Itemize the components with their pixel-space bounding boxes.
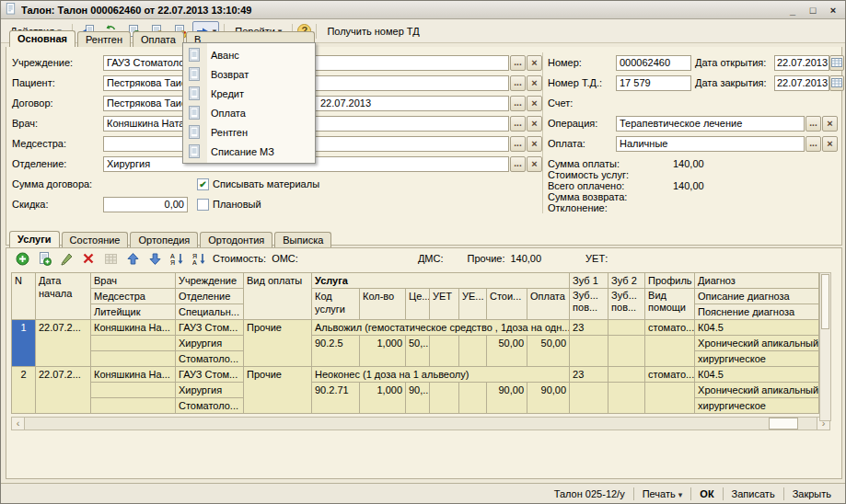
date-cell[interactable]: 22.07.2... xyxy=(36,320,91,367)
care-type-cell[interactable] xyxy=(645,336,695,367)
department-select-button[interactable]: ... xyxy=(510,156,526,172)
end-edit-button[interactable] xyxy=(102,250,119,267)
tab-vypiska[interactable]: Выписка xyxy=(274,232,331,247)
payment-field[interactable]: Наличные xyxy=(616,136,805,152)
close-date-field[interactable]: 22.07.2013 xyxy=(774,75,829,91)
menu-item-vozvrat[interactable]: Возврат xyxy=(183,64,315,84)
payment-clear-button[interactable]: × xyxy=(822,136,838,152)
profile-cell[interactable]: стомато... xyxy=(645,367,695,383)
diagnosis-desc-cell[interactable]: Хронический апикальный периодон xyxy=(695,336,819,351)
nurse-select-button[interactable]: ... xyxy=(510,136,526,152)
department-cell[interactable]: Хирургия xyxy=(176,383,244,398)
close-form-button[interactable]: Закрыть xyxy=(784,488,840,499)
row-number-cell[interactable]: 1 xyxy=(12,320,36,367)
caster-cell[interactable] xyxy=(91,351,176,367)
doctor-cell[interactable]: Коняшкина На... xyxy=(91,320,176,336)
uet-cell[interactable] xyxy=(430,383,459,414)
service-name-cell[interactable]: Неоконес (1 доза на 1 альвеолу) xyxy=(312,367,570,383)
open-date-field[interactable]: 22.07.2013 xyxy=(774,55,829,71)
tab-oplata[interactable]: Оплата xyxy=(133,31,184,47)
doctor-clear-button[interactable]: × xyxy=(527,116,542,132)
maximize-button[interactable]: □ xyxy=(806,5,819,16)
patient-clear-button[interactable]: × xyxy=(527,75,542,91)
code-cell[interactable]: 90.2.5 xyxy=(312,336,360,367)
print-button[interactable]: Печать ▾ xyxy=(634,488,691,499)
service-name-cell[interactable]: Альвожил (гемостатическое средство , 1до… xyxy=(312,320,570,336)
table-row[interactable]: Хирургия 90.2.71 1,000 90,... 90,00 90,0… xyxy=(12,383,819,398)
tab-uslugi[interactable]: Услуги xyxy=(9,231,60,247)
open-date-calendar-button[interactable] xyxy=(829,55,844,71)
cost-cell[interactable]: 90,00 xyxy=(487,383,527,414)
diagnosis-desc-cell[interactable]: Хронический апикальный периодон xyxy=(695,383,819,398)
contract-clear-button[interactable]: × xyxy=(527,96,542,111)
ue2-cell[interactable] xyxy=(459,336,487,367)
ok-button[interactable]: ОК xyxy=(691,488,722,499)
contract-select-button[interactable]: ... xyxy=(510,96,526,111)
number-field[interactable]: 000062460 xyxy=(616,55,691,71)
horizontal-scrollbar-track[interactable] xyxy=(25,417,817,430)
operation-select-button[interactable]: ... xyxy=(805,116,821,132)
code-cell[interactable]: 90.2.71 xyxy=(312,383,360,414)
tooth1-sub-cell[interactable] xyxy=(570,336,608,367)
tooth1-cell[interactable]: 23 xyxy=(570,367,608,383)
profile-cell[interactable]: стомато... xyxy=(645,320,695,336)
table-row[interactable]: 2 22.07.2... Коняшкина На... ГАУЗ Стом..… xyxy=(12,367,819,383)
row-number-cell[interactable]: 2 xyxy=(12,367,36,414)
sort-asc-button[interactable]: АЯ xyxy=(168,250,185,267)
tab-rentgen[interactable]: Рентген xyxy=(77,31,131,47)
vertical-scrollbar-thumb[interactable] xyxy=(821,274,829,329)
qty-cell[interactable]: 1,000 xyxy=(360,383,406,414)
ue2-cell[interactable] xyxy=(459,383,487,414)
payment-cell[interactable]: 90,00 xyxy=(527,383,570,414)
specialty-cell[interactable]: Стоматоло... xyxy=(176,351,244,367)
price-cell[interactable]: 90,... xyxy=(406,383,430,414)
table-row[interactable]: 1 22.07.2... Коняшкина На... ГАУЗ Стом..… xyxy=(12,320,819,336)
planned-checkbox[interactable] xyxy=(197,199,209,211)
save-button[interactable]: Записать xyxy=(724,488,783,499)
institution-cell[interactable]: ГАУЗ Стом... xyxy=(176,367,244,383)
move-up-button[interactable] xyxy=(124,250,141,267)
department-cell[interactable]: Хирургия xyxy=(176,336,244,351)
caster-cell[interactable] xyxy=(91,398,176,414)
diagnosis-cell[interactable]: К04.5 xyxy=(695,367,819,383)
tooth1-sub-cell[interactable] xyxy=(570,383,608,414)
doctor-select-button[interactable]: ... xyxy=(510,116,526,132)
diagnosis-note-cell[interactable]: хирургическое xyxy=(695,398,819,414)
nurse-cell[interactable] xyxy=(91,383,176,398)
specialty-cell[interactable]: Стоматоло... xyxy=(176,398,244,414)
qty-cell[interactable]: 1,000 xyxy=(360,336,406,367)
date-cell[interactable]: 22.07.2... xyxy=(36,367,91,414)
tab-sostoyanie[interactable]: Состояние xyxy=(62,232,129,247)
tab-osnovnaya[interactable]: Основная xyxy=(9,30,75,47)
price-cell[interactable]: 50,... xyxy=(406,336,430,367)
discount-field[interactable]: 0,00 xyxy=(103,197,188,212)
tooth2-cell[interactable] xyxy=(608,320,645,336)
tab-ortodontiya[interactable]: Ортодонтия xyxy=(200,232,272,247)
copy-row-button[interactable] xyxy=(36,250,52,267)
institution-clear-button[interactable]: × xyxy=(527,55,542,71)
institution-select-button[interactable]: ... xyxy=(510,55,526,71)
doctor-cell[interactable]: Коняшкина На... xyxy=(91,367,176,383)
cost-cell[interactable]: 50,00 xyxy=(487,336,527,367)
pay-type-cell[interactable]: Прочие xyxy=(244,320,312,367)
horizontal-scrollbar-thumb[interactable] xyxy=(769,418,798,430)
add-row-button[interactable] xyxy=(14,250,30,267)
payment-cell[interactable]: 50,00 xyxy=(527,336,570,367)
menu-item-avans[interactable]: Аванс xyxy=(183,45,315,64)
close-button[interactable]: × xyxy=(827,5,840,16)
menu-item-spisanie-mz[interactable]: Списание МЗ xyxy=(183,142,315,161)
menu-item-rentgen[interactable]: Рентген xyxy=(183,122,315,142)
institution-cell[interactable]: ГАУЗ Стом... xyxy=(176,320,244,336)
care-type-cell[interactable] xyxy=(645,383,695,414)
vertical-scrollbar[interactable] xyxy=(819,272,831,421)
delete-row-button[interactable] xyxy=(80,250,97,267)
department-clear-button[interactable]: × xyxy=(527,156,542,172)
payment-select-button[interactable]: ... xyxy=(805,136,821,152)
tooth2-sub-cell[interactable] xyxy=(608,336,645,367)
close-date-calendar-button[interactable] xyxy=(829,75,844,91)
menu-item-oplata[interactable]: Оплата xyxy=(183,103,315,122)
table-row[interactable]: Хирургия 90.2.5 1,000 50,... 50,00 50,00… xyxy=(12,336,819,351)
tab-ortopediya[interactable]: Ортопедия xyxy=(130,232,198,247)
operation-clear-button[interactable]: × xyxy=(822,116,838,132)
nurse-cell[interactable] xyxy=(91,336,176,351)
